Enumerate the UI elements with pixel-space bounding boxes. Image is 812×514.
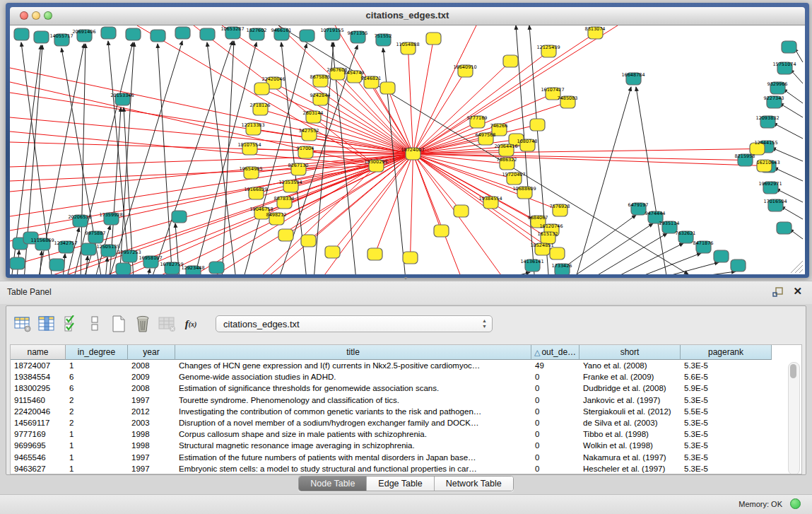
table-cell: 5.3E-5	[681, 395, 772, 406]
graph-node[interactable]	[300, 30, 314, 42]
graph-node[interactable]	[380, 82, 395, 94]
graph-node-label: 6479197	[628, 202, 649, 208]
graph-node[interactable]	[278, 229, 293, 241]
graph-node[interactable]	[209, 262, 224, 274]
vertical-scrollbar[interactable]	[788, 362, 800, 474]
dropdown-selected-value: citations_edges.txt	[223, 319, 300, 329]
graph-node[interactable]	[101, 27, 116, 39]
dropdown-stepper-icon: ▲▼	[482, 318, 487, 329]
graph-node[interactable]	[403, 252, 418, 264]
graph-node-label: 2935114	[659, 221, 680, 226]
graph-node-label: 12342757	[54, 240, 77, 246]
graph-node[interactable]	[550, 247, 565, 259]
canvas-resize-grip[interactable]	[791, 261, 803, 273]
graph-node[interactable]	[151, 30, 165, 42]
clear-checks-icon[interactable]	[84, 313, 105, 334]
float-panel-icon[interactable]	[772, 286, 784, 298]
memory-status-led[interactable]	[790, 498, 801, 509]
graph-node[interactable]	[367, 248, 382, 260]
column-header-label: in_degree	[78, 347, 115, 357]
table-cell: 0	[531, 406, 579, 417]
graph-node[interactable]	[714, 250, 729, 262]
table-settings-icon[interactable]	[12, 313, 33, 334]
table-cell: 1998	[128, 428, 175, 440]
graph-node-label: 22420046	[261, 76, 285, 82]
graph-node[interactable]	[782, 41, 796, 53]
table-cell: 9777169	[11, 428, 66, 440]
graph-node-label: 2803144	[303, 110, 324, 116]
column-header-short[interactable]: short	[579, 345, 681, 360]
network-canvas[interactable]: 1405571720691406106532871527602946616110…	[10, 25, 805, 274]
window-titlebar[interactable]: citations_edges.txt	[10, 7, 805, 25]
table-row[interactable]: 1872400712008Changes of HCN gene express…	[11, 360, 801, 371]
column-header-pagerank[interactable]: pagerank	[681, 345, 772, 360]
tab-node-table[interactable]: Node Table	[299, 477, 367, 491]
graph-node[interactable]	[14, 28, 29, 40]
graph-node[interactable]	[454, 205, 469, 217]
column-header-name[interactable]: name	[11, 345, 66, 360]
graph-node-label: 8454749	[344, 70, 365, 76]
function-builder-icon[interactable]: f(x)	[180, 313, 201, 334]
column-header-outde[interactable]: △out_de…	[531, 345, 579, 360]
graph-node[interactable]	[34, 31, 49, 43]
graph-node[interactable]	[434, 225, 449, 237]
graph-node[interactable]	[126, 28, 141, 40]
table-cell: 2003	[128, 417, 175, 428]
graph-node-label: 746266	[490, 123, 508, 129]
tab-network-table[interactable]: Network Table	[435, 477, 513, 491]
column-header-title[interactable]: title	[175, 345, 531, 360]
graph-node[interactable]	[530, 119, 545, 131]
delete-icon[interactable]	[132, 313, 153, 334]
graph-node[interactable]	[175, 27, 190, 39]
table-row[interactable]: 1456911722003Disruption of a novel membe…	[11, 417, 801, 428]
graph-node[interactable]	[172, 211, 187, 223]
table-row[interactable]: 946554611997Estimation of the future num…	[11, 452, 801, 463]
graph-node[interactable]	[503, 55, 518, 67]
table-row[interactable]: 946362711997Embryonic stem cells: a mode…	[11, 463, 801, 474]
table-row[interactable]: 1830029562008Estimation of significance …	[11, 382, 801, 394]
graph-node[interactable]	[81, 243, 96, 255]
graph-node[interactable]	[49, 259, 64, 271]
table-row[interactable]: 911546021997Tourette syndrome. Phenomeno…	[11, 395, 801, 406]
graph-node-label: 11054888	[396, 42, 419, 47]
graph-node[interactable]	[777, 222, 792, 234]
table-cell: 5.3E-5	[681, 360, 772, 371]
select-columns-icon[interactable]	[36, 313, 57, 334]
graph-node[interactable]	[325, 246, 340, 258]
table-row[interactable]: 1938455462009Genome-wide association stu…	[11, 371, 801, 382]
graph-node[interactable]	[301, 235, 316, 247]
table-cell: 9115460	[11, 395, 66, 406]
table-row[interactable]: 2242004622012Investigating the contribut…	[11, 406, 801, 417]
table-row[interactable]: 969969511998Structural magnetic resonanc…	[11, 440, 801, 451]
graph-node-label: 8471876	[693, 240, 714, 246]
graph-node[interactable]	[254, 83, 269, 95]
tab-edge-table[interactable]: Edge Table	[367, 477, 434, 491]
graph-node[interactable]	[426, 33, 441, 45]
column-header-indegree[interactable]: in_degree	[66, 345, 128, 360]
graph-node-label: 8878334	[274, 196, 295, 201]
graph-node[interactable]	[116, 263, 131, 274]
graph-node-label: 18524851	[530, 243, 553, 248]
graph-node-label: 16107427	[541, 87, 564, 93]
graph-node[interactable]	[10, 257, 25, 269]
new-document-icon[interactable]	[108, 313, 129, 334]
graph-node[interactable]	[731, 259, 746, 271]
table-source-dropdown[interactable]: citations_edges.txt ▲▼	[216, 315, 493, 332]
table-row[interactable]: 977716911998Corpus callosum shape and si…	[11, 428, 801, 440]
table-cell: 5.5E-5	[681, 406, 772, 417]
column-header-year[interactable]: year	[128, 345, 175, 360]
graph-node-label: 10688609	[512, 186, 536, 192]
graph-node[interactable]	[200, 28, 215, 40]
select-all-checks-icon[interactable]	[60, 313, 81, 334]
table-cell: Estimation of the future numbers of pati…	[175, 452, 531, 463]
application-window: citations_edges.txt 14055717206914061065…	[0, 0, 812, 514]
table-cell: 0	[531, 371, 579, 382]
citation-network-graph: 1405571720691406106532871527602946616110…	[10, 25, 805, 274]
scrollbar-thumb[interactable]	[790, 364, 796, 378]
table-panel-body: f(x) citations_edges.txt ▲▼ namein_degre…	[6, 305, 806, 475]
graph-node-label: 8267130	[288, 163, 309, 168]
close-panel-icon[interactable]: ✕	[793, 285, 802, 298]
graph-node-label: 9146821	[361, 76, 382, 81]
table-cell: 1	[66, 452, 128, 463]
graph-node-label: 19692971	[758, 181, 782, 187]
